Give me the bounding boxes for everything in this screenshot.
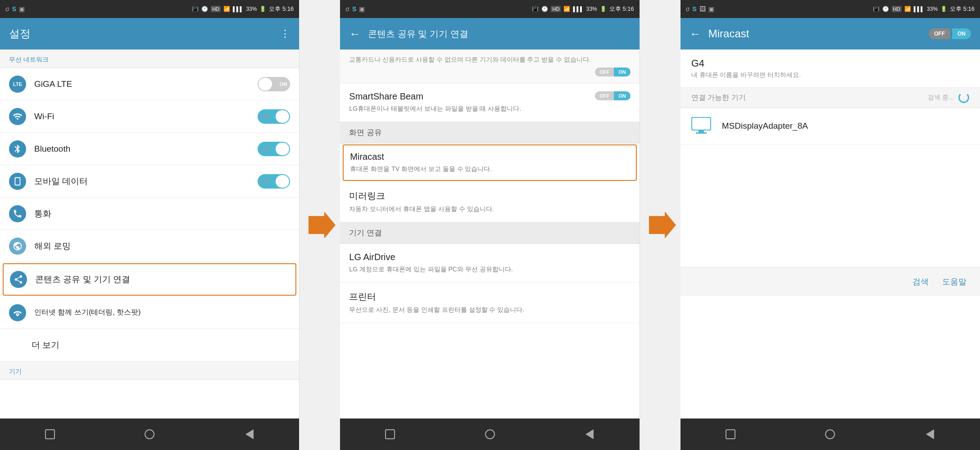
time-3: 오후 5:16 [950,5,975,13]
svg-rect-3 [692,118,710,130]
vibrate-icon-3: 📳 [873,6,880,12]
setting-item-mobile-data[interactable]: 모바일 데이터 OFF ON [0,165,299,198]
nav-circle-btn-1[interactable] [141,425,159,443]
content-item-smartshare[interactable]: SmartShare Beam LG휴대폰이나 태블릿에서 보내는 파일을 받을… [340,83,639,122]
wifi-status-icon-2: 📶 [563,6,570,12]
airdrive-desc: LG 계정으로 휴대폰에 있는 파일을 PC와 무선 공유합니다. [349,265,630,274]
status-right-info: 📳 🕐 HD 📶 ▌▌▌ 33% 🔋 오후 5:16 [192,5,294,13]
giga-lte-toggle[interactable]: OFF ON [258,77,290,91]
setting-item-more[interactable]: 더 보기 [0,329,299,361]
circle-icon-3 [825,429,835,439]
hd-icon: HD [211,6,221,12]
content-item-airdrive[interactable]: LG AirDrive LG 계정으로 휴대폰에 있는 파일을 PC와 무선 공… [340,244,639,283]
call-icon-wrap [9,205,26,222]
clock-icon-3: 🕐 [882,6,889,12]
nav-circle-btn-3[interactable] [821,425,839,443]
nav-back-btn-3[interactable] [921,425,939,443]
content-item-printer[interactable]: 프린터 무선으로 사진, 문서 등을 인쇄할 프린터를 설정할 수 있습니다. [340,283,639,323]
back-btn-2[interactable]: ← [349,27,361,41]
triangle-icon-3 [926,429,934,439]
panel-settings: σ S ▣ 📳 🕐 HD 📶 ▌▌▌ 33% 🔋 오후 5:16 설정 ⋮ 무선… [0,0,299,450]
section-device: 기기 [0,361,299,380]
box-icon: ▣ [19,5,25,13]
wifi-toggle[interactable]: OFF ON [258,109,290,124]
wifi-icon-wrap [9,108,26,125]
printer-title: 프린터 [349,291,630,303]
battery-pct-2: 33% [586,6,597,12]
setting-item-content-share[interactable]: 콘텐츠 공유 및 기기 연결 [3,263,296,296]
nav-square-btn-1[interactable] [41,425,59,443]
triangle-icon-2 [585,429,594,439]
toggle-on-label: ON [952,28,971,39]
battery-pct-3: 33% [927,6,938,12]
mobile-data-toggle[interactable]: OFF ON [258,174,290,189]
square-icon-3 [726,429,735,439]
roaming-label: 해외 로밍 [34,240,290,252]
display-adapter-icon [691,117,714,135]
menu-icon-1[interactable]: ⋮ [280,28,290,40]
bluetooth-icon-wrap [9,140,26,158]
setting-item-giga-lte[interactable]: LTE GiGA LTE OFF ON [0,68,299,100]
arrow-1 [299,0,340,450]
square-icon-1 [45,429,55,439]
setting-item-wifi[interactable]: Wi-Fi OFF ON [0,100,299,133]
header-3: ← Miracast OFF ON [681,18,980,50]
internet-together-label: 인터넷 함께 쓰기(테더링, 핫스팟) [34,308,290,317]
header-2: ← 콘텐츠 공유 및 기기 연결 [340,18,639,50]
miracast-toggle-wrap[interactable]: OFF ON [929,28,971,39]
nav-circle-btn-2[interactable] [481,425,499,443]
device-item-ms-display[interactable]: MSDisplayAdapter_8A [681,108,980,144]
device-name: G4 [691,58,969,69]
hd-icon-2: HD [551,6,561,12]
nav-square-btn-2[interactable] [381,425,399,443]
lte-icon-wrap: LTE [9,76,26,93]
mirrorlink-desc: 자동차 모니터에서 휴대폰 앱을 사용할 수 있습니다. [349,204,630,214]
status-left-icons-2: σ S ▣ [345,5,365,13]
help-btn[interactable]: 도움말 [942,276,966,287]
image-icon-3: 🖼 [699,5,706,13]
device-name-section[interactable]: G4 내 휴대폰 이름을 바꾸려면 터치하세요. [681,50,980,88]
available-devices-label: 연결 가능한 기기 [691,93,746,103]
sigma-icon: σ [5,5,9,13]
content-item-miracast[interactable]: Miracast 휴대폰 화면을 TV 화면에서 보고 들을 수 있습니다. [343,144,636,181]
toggle-off-label: OFF [929,28,950,39]
mirrorlink-title: 미러링크 [349,190,630,202]
page-title-1: 설정 [9,27,280,41]
hd-icon-3: HD [892,6,902,12]
section-wireless-network: 무선 네트워크 [0,50,299,68]
content-item-mirrorlink[interactable]: 미러링크 자동차 모니터에서 휴대폰 앱을 사용할 수 있습니다. [340,182,639,222]
back-btn-3[interactable]: ← [690,27,701,41]
arrow-2 [640,0,681,450]
mobile-data-icon-wrap [9,173,26,190]
svg-rect-5 [696,132,707,134]
battery-icon-3: 🔋 [940,6,947,12]
nav-back-btn-1[interactable] [240,425,259,443]
nav-back-btn-2[interactable] [581,425,599,443]
device-connect-section: 기기 연결 [340,222,639,244]
s-icon-3: S [692,5,696,13]
content-share-icon-wrap [10,271,27,288]
search-btn[interactable]: 검색 [912,276,929,287]
clock-icon-2: 🕐 [541,6,548,12]
status-left-icons-3: σ S 🖼 ▣ [686,5,714,13]
setting-item-internet-together[interactable]: 인터넷 함께 쓰기(테더링, 핫스팟) [0,297,299,329]
content-share-label: 콘텐츠 공유 및 기기 연결 [35,274,289,285]
setting-item-call[interactable]: 통화 [0,198,299,230]
clock-icon: 🕐 [201,6,208,12]
setting-item-bluetooth[interactable]: Bluetooth OFF ON [0,133,299,165]
status-bar-1: σ S ▣ 📳 🕐 HD 📶 ▌▌▌ 33% 🔋 오후 5:16 [0,0,299,18]
status-right-info-2: 📳 🕐 HD 📶 ▌▌▌ 33% 🔋 오후 5:16 [532,5,634,13]
bluetooth-toggle[interactable]: OFF ON [258,142,290,156]
panel-miracast: σ S 🖼 ▣ 📳 🕐 HD 📶 ▌▌▌ 33% 🔋 오후 5:16 ← Mir… [681,0,980,450]
s-icon: S [12,5,16,13]
smartshare-title: SmartShare Beam [349,91,590,102]
setting-item-roaming[interactable]: 해외 로밍 [0,230,299,262]
wifi-status-icon-3: 📶 [904,6,911,12]
airdrive-title: LG AirDrive [349,252,630,262]
printer-desc: 무선으로 사진, 문서 등을 인쇄할 프린터를 설정할 수 있습니다. [349,305,630,315]
status-bar-2: σ S ▣ 📳 🕐 HD 📶 ▌▌▌ 33% 🔋 오후 5:16 [340,0,639,18]
hotspot-icon-wrap [9,304,26,321]
box-icon-3: ▣ [708,5,714,13]
miracast-title: Miracast [350,152,629,162]
nav-square-btn-3[interactable] [721,425,740,443]
